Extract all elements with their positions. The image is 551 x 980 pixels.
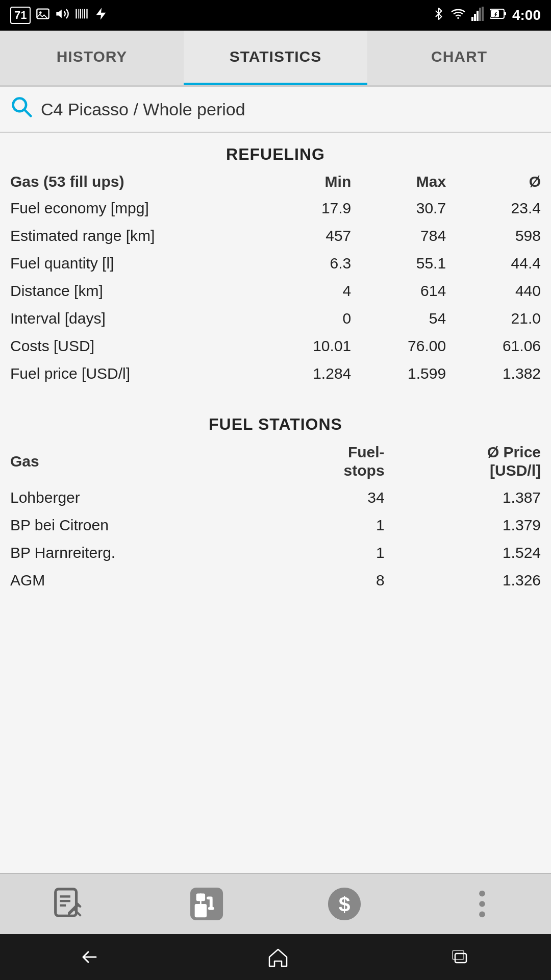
svg-rect-14 <box>482 7 484 21</box>
row-min: 17.9 <box>266 194 361 222</box>
nav-fuel[interactable] <box>181 878 232 929</box>
station-price: 1.524 <box>395 539 551 567</box>
tab-bar: HISTORY STATISTICS CHART <box>0 31 551 87</box>
signal-icon <box>471 7 484 24</box>
row-min: 0 <box>266 305 361 332</box>
status-left: 71 <box>10 7 108 24</box>
station-stops: 34 <box>265 484 395 511</box>
station-stops: 8 <box>265 567 395 594</box>
android-home[interactable] <box>265 944 291 970</box>
row-avg: 21.0 <box>456 305 551 332</box>
svg-rect-20 <box>56 889 77 916</box>
svg-line-19 <box>24 110 31 116</box>
station-name: BP bei Citroen <box>0 511 265 539</box>
refueling-avg-header: Ø <box>456 169 551 194</box>
row-max: 784 <box>361 222 456 250</box>
svg-rect-5 <box>83 9 83 19</box>
fuel-station-row: AGM 8 1.326 <box>0 567 551 594</box>
row-avg: 44.4 <box>456 250 551 277</box>
fuel-station-row: Lohberger 34 1.387 <box>0 484 551 511</box>
svg-point-35 <box>479 912 485 918</box>
svg-point-34 <box>479 901 485 907</box>
row-max: 55.1 <box>361 250 456 277</box>
svg-rect-28 <box>210 898 213 908</box>
fuel-stops-header: Fuel-stops <box>265 439 395 484</box>
android-recents[interactable] <box>447 944 473 970</box>
station-stops: 1 <box>265 539 395 567</box>
search-query: C4 Picasso / Whole period <box>41 100 245 119</box>
row-min: 6.3 <box>266 250 361 277</box>
search-bar[interactable]: C4 Picasso / Whole period <box>0 87 551 133</box>
barcode-icon <box>74 7 89 24</box>
fuel-stations-header-row: Gas Fuel-stops Ø Price[USD/l] <box>0 439 551 484</box>
row-max: 54 <box>361 305 456 332</box>
row-label: Estimated range [km] <box>0 222 266 250</box>
row-label: Costs [USD] <box>0 332 266 360</box>
row-label: Fuel economy [mpg] <box>0 194 266 222</box>
android-nav <box>0 934 551 980</box>
spacer1 <box>0 387 551 403</box>
tab-statistics[interactable]: STATISTICS <box>184 31 367 85</box>
svg-marker-8 <box>96 8 106 19</box>
refueling-min-header: Min <box>266 169 361 194</box>
station-name: Lohberger <box>0 484 265 511</box>
row-min: 1.284 <box>266 360 361 387</box>
svg-point-9 <box>457 17 459 19</box>
row-avg: 23.4 <box>456 194 551 222</box>
svg-rect-2 <box>76 9 77 19</box>
station-price: 1.387 <box>395 484 551 511</box>
station-price: 1.326 <box>395 567 551 594</box>
lightning-icon <box>94 7 108 24</box>
svg-rect-11 <box>474 14 476 21</box>
tab-history[interactable]: HISTORY <box>0 31 184 85</box>
nav-dollar[interactable]: $ <box>319 878 370 929</box>
refueling-row: Distance [km] 4 614 440 <box>0 277 551 305</box>
svg-rect-0 <box>37 9 49 19</box>
refueling-row: Interval [days] 0 54 21.0 <box>0 305 551 332</box>
fuel-stations-section: FUEL STATIONS Gas Fuel-stops Ø Price[USD… <box>0 403 551 594</box>
row-max: 1.599 <box>361 360 456 387</box>
station-name: BP Harnreiterg. <box>0 539 265 567</box>
row-min: 4 <box>266 277 361 305</box>
station-price: 1.379 <box>395 511 551 539</box>
svg-rect-37 <box>453 950 464 960</box>
fuel-stations-title: FUEL STATIONS <box>0 403 551 439</box>
nav-more[interactable] <box>457 878 508 929</box>
row-label: Fuel price [USD/l] <box>0 360 266 387</box>
svg-rect-29 <box>208 907 214 910</box>
row-avg: 61.06 <box>456 332 551 360</box>
refueling-row: Costs [USD] 10.01 76.00 61.06 <box>0 332 551 360</box>
svg-rect-10 <box>471 17 473 21</box>
fuel-gas-header: Gas <box>0 439 265 484</box>
android-back[interactable] <box>78 947 109 967</box>
svg-rect-4 <box>80 9 81 19</box>
fuel-station-row: BP Harnreiterg. 1 1.524 <box>0 539 551 567</box>
fuel-station-row: BP bei Citroen 1 1.379 <box>0 511 551 539</box>
svg-text:$: $ <box>339 893 350 916</box>
refueling-title: REFUELING <box>0 133 551 169</box>
refueling-header-row: Gas (53 fill ups) Min Max Ø <box>0 169 551 194</box>
svg-rect-16 <box>504 12 506 15</box>
station-stops: 1 <box>265 511 395 539</box>
svg-rect-7 <box>87 9 88 19</box>
svg-rect-3 <box>78 9 79 19</box>
bottom-nav: $ <box>0 873 551 934</box>
nav-notes[interactable] <box>43 878 94 929</box>
refueling-table: Gas (53 fill ups) Min Max Ø Fuel economy… <box>0 169 551 387</box>
row-max: 30.7 <box>361 194 456 222</box>
row-avg: 440 <box>456 277 551 305</box>
svg-point-33 <box>479 891 485 897</box>
bluetooth-icon <box>433 8 445 23</box>
svg-rect-13 <box>479 8 481 21</box>
tab-chart[interactable]: CHART <box>367 31 551 85</box>
row-label: Interval [days] <box>0 305 266 332</box>
svg-rect-36 <box>455 953 466 963</box>
svg-point-1 <box>39 11 42 14</box>
refueling-row: Estimated range [km] 457 784 598 <box>0 222 551 250</box>
refueling-row: Fuel quantity [l] 6.3 55.1 44.4 <box>0 250 551 277</box>
row-min: 10.01 <box>266 332 361 360</box>
refueling-section: REFUELING Gas (53 fill ups) Min Max Ø Fu… <box>0 133 551 387</box>
refueling-max-header: Max <box>361 169 456 194</box>
row-min: 457 <box>266 222 361 250</box>
svg-rect-6 <box>84 9 85 19</box>
